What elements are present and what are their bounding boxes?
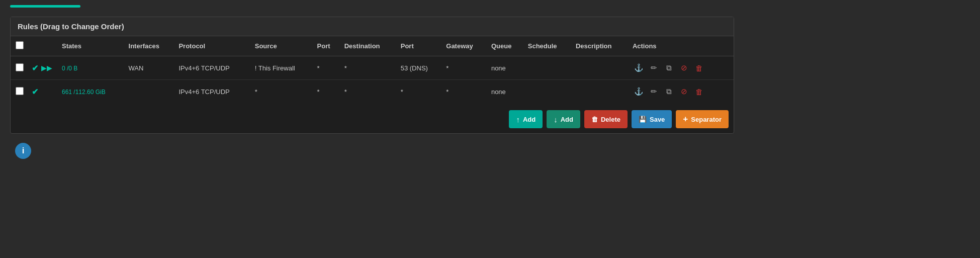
- row2-trash-icon[interactable]: 🗑: [693, 85, 706, 98]
- col-header-schedule: Schedule: [524, 36, 572, 56]
- table-row: ✔ ▶▶ 0 /0 B WAN IPv4+6 TCP/UDP ! This Fi…: [11, 56, 734, 80]
- row1-queue: none: [487, 56, 524, 80]
- delete-icon: 🗑: [591, 116, 598, 123]
- progress-bar-top: [10, 5, 80, 8]
- row2-states: 661 /112.60 GiB: [58, 80, 125, 104]
- row2-actions: ⚓ ✏ ⧉ ⊘ 🗑: [629, 80, 734, 104]
- separator-label: Separator: [691, 116, 722, 123]
- col-header-status: [28, 36, 58, 56]
- select-all-checkbox[interactable]: [16, 41, 24, 49]
- rules-table: States Interfaces Protocol Source Port D…: [11, 36, 734, 103]
- row2-interfaces: [125, 80, 175, 104]
- row2-checkbox-cell: [11, 80, 28, 104]
- info-icon[interactable]: i: [15, 143, 31, 159]
- add-bottom-button[interactable]: ↓ Add: [547, 110, 580, 128]
- col-header-interfaces: Interfaces: [125, 36, 175, 56]
- row1-anchor-icon[interactable]: ⚓: [633, 61, 646, 74]
- row2-status-cell: ✔: [28, 80, 58, 104]
- save-icon: 💾: [639, 116, 647, 123]
- col-header-protocol: Protocol: [174, 36, 250, 56]
- rules-container: Rules (Drag to Change Order) States Inte…: [10, 17, 734, 134]
- row2-check-icon: ✔: [32, 87, 38, 97]
- add-bottom-label: Add: [561, 116, 573, 123]
- row2-checkbox[interactable]: [16, 87, 24, 95]
- add-bottom-icon: ↓: [554, 115, 558, 124]
- save-label: Save: [650, 116, 665, 123]
- row1-protocol: IPv4+6 TCP/UDP: [174, 56, 250, 80]
- info-row: i: [10, 134, 970, 164]
- row1-description: [572, 56, 629, 80]
- table-header-row: States Interfaces Protocol Source Port D…: [11, 36, 734, 56]
- row1-port-dst: 53 (DNS): [397, 56, 442, 80]
- col-header-checkbox: [11, 36, 28, 56]
- row1-checkbox-cell: [11, 56, 28, 80]
- row1-destination: *: [340, 56, 397, 80]
- delete-button[interactable]: 🗑 Delete: [584, 110, 628, 128]
- col-header-destination: Destination: [340, 36, 397, 56]
- save-button[interactable]: 💾 Save: [632, 110, 672, 128]
- row2-protocol: IPv4+6 TCP/UDP: [174, 80, 250, 104]
- row1-status-cell: ✔ ▶▶: [28, 56, 58, 80]
- row1-block-icon[interactable]: ⊘: [678, 61, 691, 74]
- col-header-gateway: Gateway: [442, 36, 487, 56]
- row1-trash-icon[interactable]: 🗑: [693, 61, 706, 74]
- add-top-label: Add: [523, 116, 536, 123]
- row1-checkbox[interactable]: [16, 63, 24, 71]
- row2-port-src: *: [313, 80, 340, 104]
- col-header-description: Description: [572, 36, 629, 56]
- row2-gateway: *: [442, 80, 487, 104]
- row1-states-link[interactable]: 0 /0 B: [62, 65, 77, 72]
- add-top-icon: ↑: [516, 115, 520, 124]
- rules-title: Rules (Drag to Change Order): [11, 17, 734, 36]
- col-header-queue: Queue: [487, 36, 524, 56]
- row1-states: 0 /0 B: [58, 56, 125, 80]
- row1-gateway: *: [442, 56, 487, 80]
- row2-schedule: [524, 80, 572, 104]
- row2-description: [572, 80, 629, 104]
- row1-arrows-icon: ▶▶: [41, 64, 52, 72]
- buttons-row: ↑ Add ↓ Add 🗑 Delete 💾 Save + Separator: [11, 103, 734, 133]
- add-top-button[interactable]: ↑ Add: [509, 110, 543, 128]
- row1-interfaces: WAN: [125, 56, 175, 80]
- row2-port-dst: *: [397, 80, 442, 104]
- row1-copy-icon[interactable]: ⧉: [663, 61, 676, 74]
- col-header-actions: Actions: [629, 36, 734, 56]
- separator-icon: +: [683, 114, 688, 124]
- row2-block-icon[interactable]: ⊘: [678, 85, 691, 98]
- row2-copy-icon[interactable]: ⧉: [663, 85, 676, 98]
- row1-check-icon: ✔: [32, 63, 38, 73]
- row2-source: *: [251, 80, 313, 104]
- row2-edit-icon[interactable]: ✏: [648, 85, 661, 98]
- row1-source: ! This Firewall: [251, 56, 313, 80]
- table-row: ✔ 661 /112.60 GiB IPv4+6 TCP/UDP * * * *…: [11, 80, 734, 104]
- row1-actions: ⚓ ✏ ⧉ ⊘ 🗑: [629, 56, 734, 80]
- row1-schedule: [524, 56, 572, 80]
- row1-edit-icon[interactable]: ✏: [648, 61, 661, 74]
- row2-states-link[interactable]: 661 /112.60 GiB: [62, 89, 106, 96]
- row1-port-src: *: [313, 56, 340, 80]
- separator-button[interactable]: + Separator: [676, 110, 729, 128]
- row2-queue: none: [487, 80, 524, 104]
- row2-anchor-icon[interactable]: ⚓: [633, 85, 646, 98]
- col-header-port-dst: Port: [397, 36, 442, 56]
- col-header-source: Source: [251, 36, 313, 56]
- delete-label: Delete: [601, 116, 620, 123]
- col-header-states: States: [58, 36, 125, 56]
- col-header-port-src: Port: [313, 36, 340, 56]
- row2-destination: *: [340, 80, 397, 104]
